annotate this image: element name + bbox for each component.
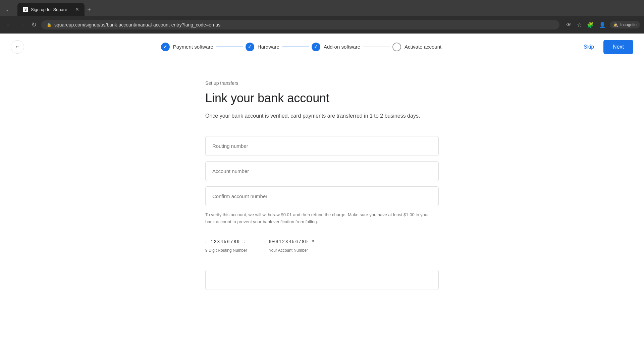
account-number-diagram-label: Your Account Number (269, 248, 308, 253)
section-label: Set up transfers (205, 80, 439, 86)
connector-2 (282, 47, 309, 47)
check-diagram: ⁚ 123456789 ⁚ 9 Digit Routing Number 000… (205, 234, 439, 259)
forward-nav-button[interactable]: → (17, 20, 27, 30)
account-number-input[interactable] (205, 161, 439, 181)
step-payment-software: Payment software (161, 43, 213, 51)
page-title: Link your bank account (205, 91, 439, 105)
page-content: ← Payment software Hardware Add-on softw… (0, 34, 644, 342)
top-nav: ← Payment software Hardware Add-on softw… (0, 34, 644, 60)
step-icon-payment-software (161, 43, 170, 51)
step-icon-activate-account (392, 43, 401, 51)
eye-slash-icon[interactable]: 👁 (565, 20, 573, 29)
skip-button[interactable]: Skip (578, 41, 599, 53)
extension-icon[interactable]: 🧩 (586, 20, 595, 29)
tab-close-button[interactable]: ✕ (75, 7, 79, 12)
tab-favicon: S (23, 7, 28, 12)
address-bar[interactable]: 🔒 squareup.com/signup/us/bank-account/ma… (41, 20, 559, 29)
incognito-label: Incognito (620, 22, 637, 27)
verify-note: To verify this account, we will withdraw… (205, 212, 439, 226)
connector-3 (363, 47, 390, 47)
diagram-separator (258, 240, 258, 254)
step-activate-account: Activate account (392, 43, 441, 51)
routing-number-input[interactable] (205, 136, 439, 156)
progress-steps: Payment software Hardware Add-on softwar… (35, 43, 568, 51)
step-label-activate-account: Activate account (405, 44, 441, 50)
nav-actions: Skip Next (578, 40, 633, 54)
page-subtitle: Once your bank account is verified, card… (205, 112, 439, 120)
step-icon-addon-software (312, 43, 320, 51)
account-number-diagram: 000123456789 ⁸ Your Account Number (269, 239, 315, 253)
reload-button[interactable]: ↻ (30, 20, 39, 30)
tab-list-button[interactable]: ⌄ (3, 5, 12, 13)
active-tab[interactable]: S Sign up for Square ✕ (17, 3, 85, 16)
lock-icon: 🔒 (47, 22, 52, 27)
routing-number-diagram-label: 9 Digit Routing Number (205, 248, 247, 253)
step-hardware: Hardware (246, 43, 279, 51)
routing-number-display: ⁚ 123456789 ⁚ (205, 239, 246, 246)
bookmark-icon[interactable]: ☆ (576, 20, 583, 29)
step-label-addon-software: Add-on software (324, 44, 360, 50)
routing-number-diagram: ⁚ 123456789 ⁚ 9 Digit Routing Number (205, 239, 247, 253)
step-icon-hardware (246, 43, 254, 51)
new-tab-button[interactable]: + (87, 6, 91, 13)
nav-icons: 👁 ☆ 🧩 👤 🕵 Incognito (565, 20, 640, 29)
tab-title-text: Sign up for Square (31, 7, 72, 12)
browser-chrome: ⌄ S Sign up for Square ✕ + ← → ↻ 🔒 squar… (0, 0, 644, 34)
url-text: squareup.com/signup/us/bank-account/manu… (54, 22, 554, 27)
next-button[interactable]: Next (603, 40, 633, 54)
tab-bar: ⌄ S Sign up for Square ✕ + (0, 0, 644, 16)
incognito-icon: 🕵 (613, 22, 618, 27)
account-number-display: 000123456789 ⁸ (269, 239, 315, 246)
profile-icon[interactable]: 👤 (598, 20, 607, 29)
back-nav-button[interactable]: ← (4, 20, 14, 30)
bottom-input-field[interactable] (205, 270, 439, 290)
step-label-payment-software: Payment software (173, 44, 213, 50)
main-content: Set up transfers Link your bank account … (195, 60, 449, 310)
step-addon-software: Add-on software (312, 43, 360, 51)
nav-bar: ← → ↻ 🔒 squareup.com/signup/us/bank-acco… (0, 16, 644, 34)
back-button[interactable]: ← (11, 40, 24, 54)
step-label-hardware: Hardware (258, 44, 279, 50)
connector-1 (216, 47, 243, 47)
incognito-badge: 🕵 Incognito (610, 21, 640, 28)
confirm-account-number-input[interactable] (205, 186, 439, 206)
